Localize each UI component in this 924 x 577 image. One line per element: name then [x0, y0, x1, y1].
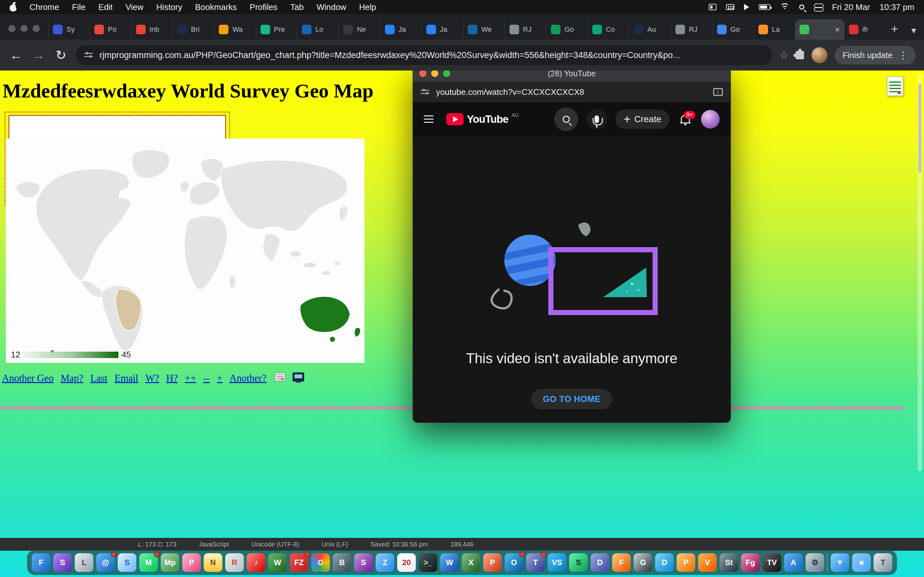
new-tab-button[interactable]: + [885, 22, 903, 40]
vertical-scrollbar[interactable] [918, 74, 922, 471]
wifi-icon[interactable] [780, 3, 790, 11]
site-settings-icon[interactable] [421, 89, 430, 95]
browser-tab[interactable]: La [754, 19, 795, 40]
tab-close-icon[interactable]: × [835, 25, 840, 35]
dock-app-icon[interactable]: FZ [290, 553, 309, 572]
dock-app-icon[interactable]: V [698, 553, 717, 572]
browser-tab[interactable]: Go [546, 19, 588, 40]
minimize-window-icon[interactable] [21, 25, 27, 32]
page-link[interactable]: Another? [229, 372, 266, 384]
dock-app-icon[interactable]: VS [548, 553, 566, 572]
zoom-window-icon[interactable] [443, 70, 450, 77]
dock-app-icon[interactable]: T [526, 553, 545, 572]
computer-icon[interactable] [292, 372, 304, 382]
search-button[interactable] [554, 107, 578, 131]
menu-bar-item[interactable]: Profiles [250, 2, 278, 12]
dock-app-icon[interactable]: D [655, 553, 674, 572]
site-settings-icon[interactable] [84, 52, 93, 59]
menu-bar-time[interactable]: 10:37 pm [880, 2, 914, 12]
dock-app-icon[interactable]: P [483, 553, 502, 572]
browser-tab[interactable]: Ja [422, 19, 463, 40]
dock-app-icon[interactable]: F [32, 553, 50, 572]
browser-tab[interactable]: Pre [256, 19, 297, 40]
dock-app-icon[interactable]: ▼ [830, 553, 849, 572]
browser-tab[interactable]: Sy [48, 19, 89, 40]
browser-tab[interactable]: Wa [214, 19, 255, 40]
browser-tab[interactable]: RJ [505, 19, 546, 40]
menu-bar-item[interactable]: File [72, 2, 86, 12]
page-link[interactable]: Email [115, 372, 138, 384]
battery-icon[interactable] [759, 4, 771, 10]
dock-app-icon[interactable]: W [268, 553, 287, 572]
chrome-menu-icon[interactable]: ⋮ [898, 50, 908, 61]
menu-bar-item[interactable]: View [126, 2, 144, 12]
page-link[interactable]: ++ [185, 372, 196, 384]
dock-app-icon[interactable]: P [182, 553, 201, 572]
voice-search-button[interactable] [586, 109, 607, 129]
dock-app-icon[interactable]: ■ [852, 553, 871, 572]
reload-button[interactable]: ↻ [53, 48, 69, 63]
dock-app-icon[interactable]: Z [376, 553, 394, 572]
dock-app-icon[interactable]: TV [762, 553, 781, 572]
browser-tab[interactable]: Au [629, 19, 670, 40]
page-link[interactable]: Last [90, 372, 107, 384]
dock-app-icon[interactable]: A [784, 553, 803, 572]
extensions-icon[interactable] [796, 51, 804, 59]
youtube-logo[interactable]: YouTube AU [446, 113, 519, 125]
menu-bar-item[interactable]: Help [359, 2, 376, 12]
dock-app-icon[interactable]: Mp [161, 553, 179, 572]
browser-tab[interactable]: Lo [297, 19, 338, 40]
go-to-home-button[interactable]: GO TO HOME [531, 389, 612, 409]
dock-app-icon[interactable]: L [75, 553, 94, 572]
youtube-url-text[interactable]: youtube.com/watch?v=CXCXCXCXCX8 [436, 87, 707, 97]
dock-app-icon[interactable]: P [677, 553, 695, 572]
bookmark-star-icon[interactable]: ☆ [779, 49, 788, 61]
install-app-icon[interactable] [713, 88, 723, 96]
close-window-icon[interactable] [8, 25, 15, 32]
dock-app-icon[interactable]: 20 [397, 553, 416, 572]
newspaper-icon[interactable] [275, 372, 286, 382]
browser-tab[interactable]: Inb [131, 19, 173, 40]
browser-tab[interactable]: RJ [670, 19, 712, 40]
notifications-button[interactable]: 9+ [680, 113, 691, 125]
browser-tab[interactable]: × [795, 19, 844, 40]
page-link[interactable]: + [217, 372, 222, 384]
play-icon[interactable] [744, 4, 749, 10]
browser-tab[interactable]: We [463, 19, 504, 40]
country-australia[interactable] [300, 297, 350, 332]
page-link[interactable]: W? [145, 372, 159, 384]
dock-app-icon[interactable]: T [874, 553, 892, 572]
page-link[interactable]: Map? [61, 372, 83, 384]
address-bar[interactable]: rjmprogramming.com.au/PHP/GeoChart/geo_c… [76, 45, 772, 65]
back-button[interactable]: ← [8, 48, 24, 63]
menu-bar-date[interactable]: Fri 20 Mar [832, 2, 870, 12]
menu-bar-item[interactable]: Bookmarks [195, 2, 237, 12]
browser-tab[interactable]: Ja [380, 19, 422, 40]
menu-bar-item[interactable]: Edit [98, 2, 113, 12]
browser-tab[interactable]: Go [712, 19, 754, 40]
url-text[interactable]: rjmprogramming.com.au/PHP/GeoChart/geo_c… [99, 50, 764, 60]
dock-app-icon[interactable]: B [333, 553, 351, 572]
hamburger-menu-icon[interactable] [424, 115, 433, 123]
dock-app-icon[interactable]: R [225, 553, 244, 572]
browser-tab[interactable]: Ne [338, 19, 380, 40]
dock-app-icon[interactable]: X [462, 553, 480, 572]
page-link[interactable]: Another Geo [2, 372, 53, 384]
dock-app-icon[interactable]: W [440, 553, 459, 572]
spotlight-icon[interactable] [799, 5, 804, 10]
dock-app-icon[interactable]: Fg [741, 553, 760, 572]
minimize-window-icon[interactable] [431, 70, 438, 77]
world-map[interactable] [6, 139, 365, 363]
menu-bar-item[interactable]: History [156, 2, 182, 12]
browser-tab[interactable]: Bri [173, 19, 214, 40]
profile-avatar[interactable] [811, 47, 828, 63]
account-avatar[interactable] [701, 110, 720, 129]
browser-tab[interactable]: Co [588, 19, 629, 40]
dock-app-icon[interactable]: S [354, 553, 373, 572]
dock-app-icon[interactable]: S [53, 553, 72, 572]
create-button[interactable]: + Create [615, 110, 670, 129]
dock-app-icon[interactable]: St [720, 553, 738, 572]
notes-widget-icon[interactable] [887, 76, 903, 96]
menu-bar-item[interactable]: Window [317, 2, 346, 12]
close-window-icon[interactable] [419, 70, 426, 77]
